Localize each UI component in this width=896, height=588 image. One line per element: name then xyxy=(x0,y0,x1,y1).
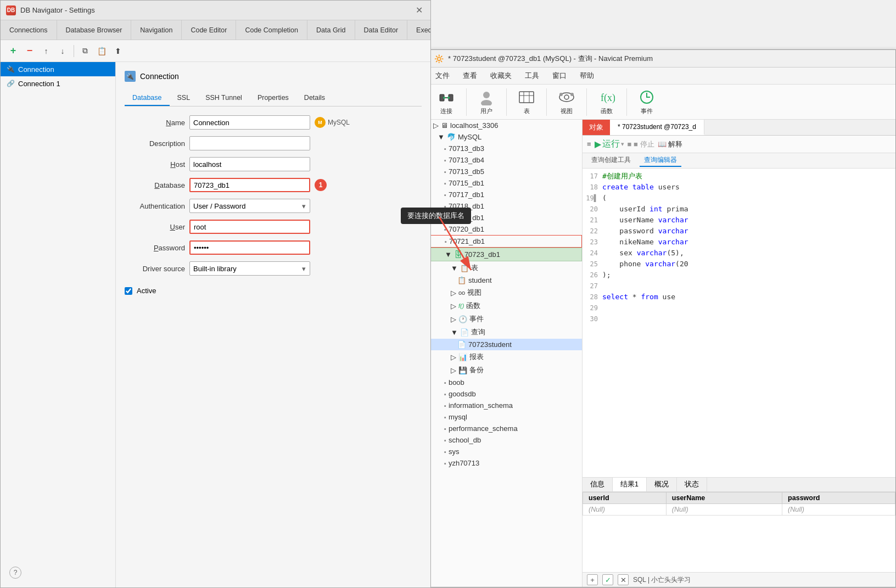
tree-views-folder[interactable]: ▷ oo 视图 xyxy=(429,286,582,299)
footer-check-btn[interactable]: ✓ xyxy=(602,574,613,585)
menu-favorites[interactable]: 收藏夹 xyxy=(484,69,518,83)
function-icon: f(x) xyxy=(598,88,615,106)
user-input[interactable] xyxy=(189,220,310,234)
tree-functions-folder[interactable]: ▷ f() 函数 xyxy=(429,299,582,312)
tree-db17[interactable]: ▪ 70717_db1 xyxy=(429,189,582,200)
tab-query-editor[interactable]: * 70723student @70723_d xyxy=(610,120,704,135)
tree-db5[interactable]: ▪ 70713_db5 xyxy=(429,166,582,177)
results-tab-status[interactable]: 状态 xyxy=(677,478,707,491)
tab-execution-engine[interactable]: Execution Engine xyxy=(407,20,430,40)
toolbar-table[interactable]: 表 xyxy=(513,86,540,117)
toolbar-user[interactable]: 用户 xyxy=(473,86,500,117)
tree-db3[interactable]: ▪ 70713_db3 xyxy=(429,143,582,154)
menu-icon[interactable]: ≡ xyxy=(587,140,591,148)
connection1-icon: 🔗 xyxy=(6,79,15,88)
toolbar-view[interactable]: 视图 xyxy=(553,86,580,117)
footer-add-btn[interactable]: + xyxy=(587,574,598,585)
menu-window[interactable]: 窗口 xyxy=(546,69,573,83)
tree-db23[interactable]: ▼ 🗄 70723_db1 xyxy=(429,248,582,261)
connection-toolbar: + − ↑ ↓ ⧉ 📋 ⬆ xyxy=(1,40,430,62)
host-input[interactable] xyxy=(189,157,310,171)
tree-sys[interactable]: ▪ sys xyxy=(429,446,582,457)
tree-mysql[interactable]: ▼ 🐬 MySQL xyxy=(429,131,582,143)
paste-button[interactable]: 📋 xyxy=(94,44,109,58)
tree-query-70723student[interactable]: 📄 70723student xyxy=(429,339,582,350)
tab-navigation[interactable]: Navigation xyxy=(131,20,182,40)
tree-goodsdb[interactable]: ▪ goodsdb xyxy=(429,388,582,400)
tree-db20[interactable]: ▪ 70720_db1 xyxy=(429,223,582,235)
tree-student-table[interactable]: 📋 student xyxy=(429,275,582,286)
sub-tab-editor[interactable]: 查询编辑器 xyxy=(640,154,681,167)
results-tab-overview[interactable]: 概况 xyxy=(647,478,677,491)
tree-db4[interactable]: ▪ 70713_db4 xyxy=(429,154,582,166)
tree-root[interactable]: ▷ 🖥 localhost_3306 xyxy=(429,120,582,131)
tree-school[interactable]: ▪ school_db xyxy=(429,434,582,446)
driver-select[interactable]: Built-in library xyxy=(189,261,310,276)
help-button[interactable]: ? xyxy=(9,567,21,579)
results-tabs: 信息 结果1 概况 状态 xyxy=(583,478,895,492)
tree-item-connection[interactable]: 🔌 Connection xyxy=(1,62,115,76)
tab-code-completion[interactable]: Code Completion xyxy=(236,20,307,40)
tree-db15[interactable]: ▪ 70715_db1 xyxy=(429,177,582,189)
move-down-button[interactable]: ↓ xyxy=(55,44,70,58)
run-button[interactable]: ▶ 运行 ▾ xyxy=(595,138,624,150)
sub-tab-details[interactable]: Details xyxy=(296,91,333,106)
footer-cancel-btn[interactable]: ✕ xyxy=(618,574,629,585)
stop-button[interactable]: ■ ■ 停止 xyxy=(628,139,654,149)
boob-label: boob xyxy=(449,378,464,387)
code-editor[interactable]: 17 #创建用户表 18 create table users 19▌ ( 20… xyxy=(583,169,895,477)
tree-perf-schema[interactable]: ▪ performance_schema xyxy=(429,423,582,434)
tree-boob[interactable]: ▪ boob xyxy=(429,377,582,388)
database-input[interactable] xyxy=(189,178,310,192)
menu-help[interactable]: 帮助 xyxy=(573,69,601,83)
menu-file[interactable]: 文件 xyxy=(429,69,456,83)
sub-tab-ssl[interactable]: SSL xyxy=(170,91,198,106)
tree-reports-folder[interactable]: ▷ 📊 报表 xyxy=(429,350,582,363)
tree-backup-folder[interactable]: ▷ 💾 备份 xyxy=(429,363,582,377)
password-input[interactable] xyxy=(189,240,310,255)
results-footer: + ✓ ✕ SQL | 小亡头头学习 xyxy=(583,572,895,587)
menu-tools[interactable]: 工具 xyxy=(518,69,546,83)
description-input[interactable] xyxy=(189,136,310,150)
name-input[interactable] xyxy=(189,115,310,130)
tree-yzh[interactable]: ▪ yzh70713 xyxy=(429,457,582,469)
explain-button[interactable]: 📖 解释 xyxy=(658,139,683,149)
tree-tables-folder[interactable]: ▼ 📋 表 xyxy=(429,261,582,275)
tab-data-editor[interactable]: Data Editor xyxy=(355,20,408,40)
run-dropdown-icon[interactable]: ▾ xyxy=(621,141,624,148)
auth-select[interactable]: User / Password xyxy=(189,199,310,213)
sub-tab-properties[interactable]: Properties xyxy=(250,91,296,106)
tree-db21[interactable]: ▪ 70721_db1 xyxy=(429,235,582,248)
tree-info-schema[interactable]: ▪ information_schema xyxy=(429,400,582,411)
query-label: 70723student xyxy=(468,340,512,349)
close-button[interactable]: ✕ xyxy=(413,4,425,16)
toolbar-function[interactable]: f(x) 函数 xyxy=(593,86,620,117)
tab-data-grid[interactable]: Data Grid xyxy=(307,20,355,40)
toolbar-event[interactable]: 事件 xyxy=(634,86,660,117)
export-button[interactable]: ⬆ xyxy=(111,44,125,58)
move-up-button[interactable]: ↑ xyxy=(39,44,53,58)
tree-item-connection1[interactable]: 🔗 Connection 1 xyxy=(1,76,115,91)
line-num-17: 17 xyxy=(583,171,602,182)
tree-queries-folder[interactable]: ▼ 📄 查询 xyxy=(429,326,582,339)
sub-tab-builder[interactable]: 查询创建工具 xyxy=(587,154,635,167)
tab-code-editor[interactable]: Code Editor xyxy=(182,20,236,40)
remove-connection-button[interactable]: − xyxy=(23,44,37,58)
tab-database-browser[interactable]: Database Browser xyxy=(57,20,132,40)
results-tab-info[interactable]: 信息 xyxy=(583,478,613,491)
explain-icon: 📖 xyxy=(658,140,667,148)
menu-view[interactable]: 查看 xyxy=(456,69,484,83)
results-tab-result1[interactable]: 结果1 xyxy=(613,478,647,491)
tree-mysql-db[interactable]: ▪ mysql xyxy=(429,411,582,423)
tab-object[interactable]: 对象 xyxy=(583,120,610,135)
title-bar: DB DB Navigator - Settings ✕ xyxy=(1,1,430,20)
tab-connections[interactable]: Connections xyxy=(1,20,57,40)
toolbar-connect[interactable]: 连接 xyxy=(433,86,460,117)
sub-tab-database[interactable]: Database xyxy=(125,91,170,106)
toolbar-user-label: 用户 xyxy=(480,107,492,115)
active-checkbox[interactable] xyxy=(125,287,132,295)
tree-events-folder[interactable]: ▷ 🕐 事件 xyxy=(429,312,582,326)
sub-tab-ssh-tunnel[interactable]: SSH Tunnel xyxy=(198,91,250,106)
copy-button[interactable]: ⧉ xyxy=(78,44,92,58)
add-connection-button[interactable]: + xyxy=(6,44,20,58)
